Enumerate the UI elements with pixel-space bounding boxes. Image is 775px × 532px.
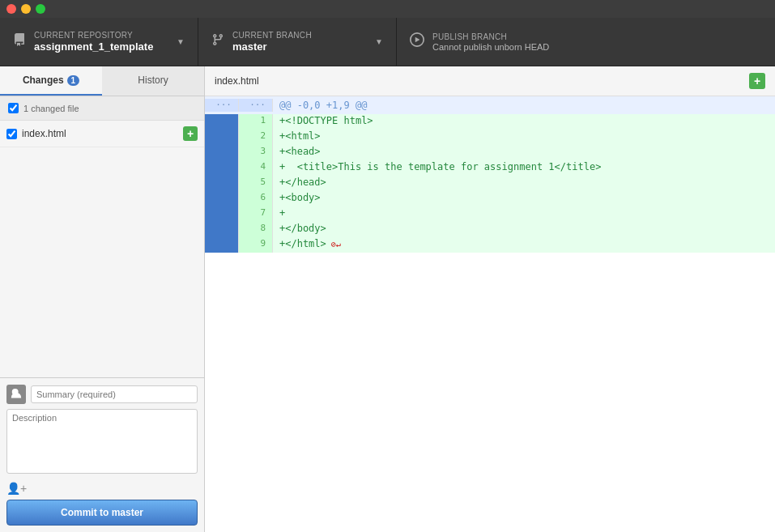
branch-text: Current Branch master — [232, 31, 312, 53]
line-content: +</html> ⊘↵ — [273, 237, 775, 253]
hunk-header-text: @@ -0,0 +1,9 @@ — [273, 99, 775, 112]
publish-section[interactable]: Publish branch Cannot publish unborn HEA… — [397, 18, 591, 66]
left-panel: Changes1 History 1 changed file index.ht… — [0, 66, 205, 532]
add-user-icon: 👤+ — [6, 482, 27, 495]
line-num-left — [205, 130, 239, 145]
tab-changes[interactable]: Changes1 — [0, 66, 102, 96]
toolbar: Current Repository assignment_1_template… — [0, 18, 775, 66]
line-num-left — [205, 160, 239, 176]
right-panel: index.html + ··· ··· @@ -0,0 +1,9 @@ 1 +… — [205, 66, 775, 532]
diff-line: 6 +<body> — [205, 191, 775, 206]
publish-icon — [410, 32, 424, 51]
line-num-right: 3 — [239, 145, 273, 160]
file-add-icon: + — [183, 126, 198, 141]
line-content: +<head> — [273, 145, 775, 160]
line-num-left — [205, 145, 239, 160]
repository-section[interactable]: Current Repository assignment_1_template… — [0, 18, 198, 66]
line-content: +<!DOCTYPE html> — [273, 114, 775, 130]
line-num-left — [205, 206, 239, 222]
branch-label: Current Branch — [232, 31, 312, 40]
hunk-num-right: ··· — [239, 99, 273, 112]
tab-changes-label: Changes — [23, 74, 64, 86]
diff-filename: index.html — [215, 75, 749, 87]
avatar — [6, 385, 26, 404]
line-num-right: 8 — [239, 222, 273, 237]
commit-summary-input[interactable] — [31, 385, 198, 403]
line-num-left — [205, 176, 239, 191]
diff-line: 7 + — [205, 206, 775, 222]
line-num-right: 4 — [239, 160, 273, 176]
branch-name: master — [232, 40, 312, 53]
diff-content: ··· ··· @@ -0,0 +1,9 @@ 1 +<!DOCTYPE htm… — [205, 96, 775, 532]
tabs: Changes1 History — [0, 66, 204, 96]
line-nums: 4 — [205, 160, 273, 176]
minimize-button[interactable] — [21, 4, 31, 14]
line-content: + <title>This is the template for assign… — [273, 160, 775, 176]
line-content: +<html> — [273, 130, 775, 145]
line-nums: 2 — [205, 130, 273, 145]
file-name: index.html — [22, 128, 178, 139]
line-nums: 7 — [205, 206, 273, 222]
main-layout: Changes1 History 1 changed file index.ht… — [0, 66, 775, 532]
line-nums: 8 — [205, 222, 273, 237]
commit-area: 👤+ Commit to master — [0, 377, 204, 532]
diff-add-button[interactable]: + — [749, 73, 765, 89]
line-num-right: 5 — [239, 176, 273, 191]
file-list: index.html + — [0, 121, 204, 377]
repo-icon — [13, 33, 26, 50]
tab-history[interactable]: History — [102, 66, 204, 96]
diff-line: 1 +<!DOCTYPE html> — [205, 114, 775, 130]
commit-footer: 👤+ — [6, 482, 198, 495]
hunk-num-left: ··· — [205, 99, 239, 112]
repo-chevron-icon: ▼ — [177, 37, 185, 46]
commit-button[interactable]: Commit to master — [6, 500, 198, 526]
publish-text: Publish branch Cannot publish unborn HEA… — [432, 32, 549, 52]
diff-line: 5 +</head> — [205, 176, 775, 191]
changed-files-count: 1 changed file — [23, 104, 79, 113]
branch-chevron-icon: ▼ — [375, 37, 383, 46]
publish-label: Publish branch — [432, 32, 549, 41]
diff-line: 2 +<html> — [205, 130, 775, 145]
commit-description-input[interactable] — [6, 409, 198, 474]
line-nums: 3 — [205, 145, 273, 160]
line-num-right: 7 — [239, 206, 273, 222]
publish-subtitle: Cannot publish unborn HEAD — [432, 42, 549, 52]
diff-header: index.html + — [205, 66, 775, 96]
line-content: +</body> — [273, 222, 775, 237]
diff-line: 4 + <title>This is the template for assi… — [205, 160, 775, 176]
select-all-checkbox[interactable] — [8, 103, 19, 113]
close-button[interactable] — [6, 4, 16, 14]
diff-line: 8 +</body> — [205, 222, 775, 237]
diff-line: 3 +<head> — [205, 145, 775, 160]
repo-text: Current Repository assignment_1_template — [34, 31, 153, 53]
list-item[interactable]: index.html + — [0, 121, 204, 147]
commit-summary-row — [6, 385, 198, 404]
line-num-left — [205, 222, 239, 237]
line-num-right: 2 — [239, 130, 273, 145]
diff-line: 9 +</html> ⊘↵ — [205, 237, 775, 253]
line-content: + — [273, 206, 775, 222]
line-num-right: 6 — [239, 191, 273, 206]
line-nums: 5 — [205, 176, 273, 191]
line-nums: 9 — [205, 237, 273, 253]
hunk-line-nums: ··· ··· — [205, 99, 273, 112]
branch-section[interactable]: Current Branch master ▼ — [198, 18, 397, 66]
line-num-right: 9 — [239, 237, 273, 253]
line-content: +</head> — [273, 176, 775, 191]
line-nums: 1 — [205, 114, 273, 130]
titlebar — [0, 0, 775, 18]
line-nums: 6 — [205, 191, 273, 206]
repo-name: assignment_1_template — [34, 40, 153, 53]
diff-hunk-header: ··· ··· @@ -0,0 +1,9 @@ — [205, 96, 775, 114]
line-num-left — [205, 191, 239, 206]
file-checkbox[interactable] — [6, 129, 17, 139]
tab-history-label: History — [138, 74, 168, 86]
line-num-left — [205, 237, 239, 253]
branch-icon — [211, 33, 224, 50]
repo-label: Current Repository — [34, 31, 153, 40]
tab-changes-badge: 1 — [67, 75, 80, 86]
maximize-button[interactable] — [36, 4, 45, 14]
line-content: +<body> — [273, 191, 775, 206]
line-num-left — [205, 114, 239, 130]
changed-files-header: 1 changed file — [0, 96, 204, 121]
